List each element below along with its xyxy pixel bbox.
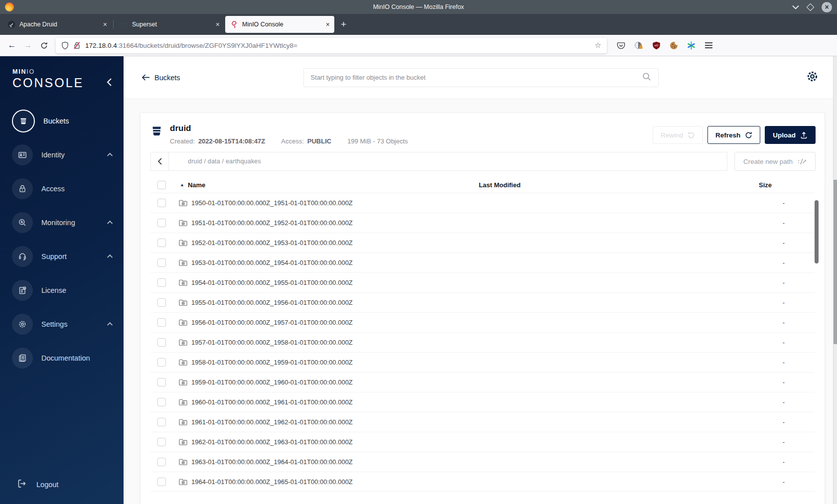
- sidebar-item-logout[interactable]: Logout: [0, 478, 124, 491]
- column-header-last-modified[interactable]: Last Modified: [479, 181, 521, 189]
- chevron-up-icon[interactable]: [107, 322, 113, 328]
- row-checkbox[interactable]: [157, 338, 166, 347]
- column-header-name[interactable]: ▲ Name: [172, 181, 360, 189]
- window-minimize-button[interactable]: [792, 5, 799, 9]
- row-checkbox[interactable]: [157, 438, 166, 446]
- sidebar-item-support[interactable]: Support: [0, 240, 124, 273]
- tab-minio-console[interactable]: MinIO Console ×: [225, 16, 334, 33]
- row-checkbox[interactable]: [157, 318, 166, 327]
- create-new-path-button[interactable]: Create new path: [734, 152, 816, 171]
- table-row[interactable]: 1951-01-01T00:00:00.000Z_1952-01-01T00:0…: [150, 213, 815, 233]
- sidebar-item-license[interactable]: License: [0, 273, 124, 307]
- row-checkbox[interactable]: [157, 478, 166, 486]
- url-bar[interactable]: 172.18.0.4:31664/buckets/druid/browse/ZG…: [56, 38, 607, 53]
- bucket-summary: 199 MiB - 73 Objects: [347, 137, 408, 145]
- object-size: -: [783, 458, 815, 466]
- back-button[interactable]: ←: [4, 38, 20, 53]
- table-row[interactable]: 1959-01-01T00:00:00.000Z_1960-01-01T00:0…: [150, 372, 815, 392]
- table-row[interactable]: 1958-01-01T00:00:00.000Z_1959-01-01T00:0…: [150, 352, 815, 372]
- table-row[interactable]: 1963-01-01T00:00:00.000Z_1964-01-01T00:0…: [150, 452, 815, 472]
- page-scrollbar-thumb[interactable]: [834, 180, 837, 344]
- row-checkbox[interactable]: [157, 358, 166, 367]
- minio-logo: MINIO CONSOLE: [0, 56, 124, 90]
- url-path: :31664/buckets/druid/browse/ZGF0YS9lYXJ0…: [117, 42, 297, 49]
- tab-close-icon[interactable]: ×: [216, 20, 220, 28]
- logout-icon: [16, 478, 27, 491]
- access-label: Access:: [281, 137, 304, 145]
- row-checkbox[interactable]: [157, 278, 166, 287]
- upload-icon: [800, 131, 808, 139]
- sidebar-collapse-icon[interactable]: [106, 77, 113, 89]
- table-row[interactable]: 1954-01-01T00:00:00.000Z_1955-01-01T00:0…: [150, 272, 815, 292]
- sidebar-item-monitoring[interactable]: Monitoring: [0, 206, 124, 240]
- sidebar-item-settings[interactable]: Settings: [0, 307, 124, 341]
- tab-stash-icon[interactable]: [687, 41, 696, 50]
- row-checkbox[interactable]: [157, 298, 166, 307]
- folder-icon: [179, 219, 187, 227]
- shield-icon[interactable]: [61, 41, 69, 50]
- tab-separator: [113, 20, 114, 29]
- tab-superset[interactable]: Superset ×: [115, 16, 224, 33]
- table-row[interactable]: 1956-01-01T00:00:00.000Z_1957-01-01T00:0…: [150, 312, 815, 332]
- sidebar-item-identity[interactable]: Identity: [0, 138, 124, 172]
- column-header-size[interactable]: Size: [759, 181, 815, 189]
- tab-close-icon[interactable]: ×: [326, 20, 330, 28]
- table-row[interactable]: 1952-01-01T00:00:00.000Z_1953-01-01T00:0…: [150, 233, 815, 252]
- sidebar-item-label: Identity: [41, 151, 65, 159]
- forward-button[interactable]: →: [20, 38, 36, 53]
- object-size: -: [783, 418, 815, 426]
- window-close-button[interactable]: ×: [822, 2, 832, 12]
- chevron-up-icon[interactable]: [107, 153, 113, 158]
- page-scrollbar[interactable]: [833, 56, 837, 504]
- object-filter-search[interactable]: [303, 68, 659, 87]
- table-row[interactable]: 1957-01-01T00:00:00.000Z_1958-01-01T00:0…: [150, 332, 815, 352]
- bookmark-star-icon[interactable]: ☆: [595, 41, 601, 50]
- search-input[interactable]: [311, 74, 642, 81]
- table-row[interactable]: 1964-01-01T00:00:00.000Z_1965-01-01T00:0…: [150, 472, 815, 492]
- table-row[interactable]: 1953-01-01T00:00:00.000Z_1954-01-01T00:0…: [150, 252, 815, 272]
- window-maximize-button[interactable]: [807, 3, 815, 11]
- row-checkbox[interactable]: [157, 458, 166, 466]
- table-row[interactable]: 1955-01-01T00:00:00.000Z_1956-01-01T00:0…: [150, 292, 815, 312]
- pocket-icon[interactable]: [617, 41, 625, 50]
- row-checkbox[interactable]: [157, 239, 166, 247]
- table-row[interactable]: 1950-01-01T00:00:00.000Z_1951-01-01T00:0…: [150, 193, 815, 213]
- tab-apache-druid[interactable]: Apache Druid ×: [2, 16, 112, 33]
- chevron-up-icon[interactable]: [107, 221, 113, 226]
- sort-asc-icon[interactable]: ▲: [180, 182, 184, 187]
- url-text: 172.18.0.4:31664/buckets/druid/browse/ZG…: [85, 42, 297, 49]
- rewind-button[interactable]: Rewind: [653, 126, 703, 144]
- table-row[interactable]: 1962-01-01T00:00:00.000Z_1963-01-01T00:0…: [150, 432, 815, 452]
- menu-hamburger-icon[interactable]: [704, 42, 713, 49]
- breadcrumb-back-button[interactable]: [151, 152, 169, 170]
- chevron-up-icon[interactable]: [107, 254, 113, 260]
- sidebar-item-buckets[interactable]: Buckets: [0, 104, 124, 138]
- back-to-buckets-link[interactable]: Buckets: [141, 74, 180, 82]
- table-row[interactable]: 1961-01-01T00:00:00.000Z_1962-01-01T00:0…: [150, 412, 815, 432]
- select-all-checkbox[interactable]: [157, 181, 166, 189]
- row-checkbox[interactable]: [157, 418, 166, 426]
- upload-button[interactable]: Upload: [765, 126, 816, 144]
- row-checkbox[interactable]: [157, 398, 166, 406]
- new-tab-button[interactable]: +: [341, 19, 346, 30]
- object-size: -: [783, 359, 815, 366]
- row-checkbox[interactable]: [157, 219, 166, 227]
- sidebar-item-access[interactable]: Access: [0, 172, 124, 206]
- extension-lock-icon[interactable]: [634, 41, 643, 50]
- row-checkbox[interactable]: [157, 378, 166, 386]
- row-checkbox[interactable]: [157, 258, 166, 267]
- table-row[interactable]: 1960-01-01T00:00:00.000Z_1961-01-01T00:0…: [150, 392, 815, 412]
- reload-button[interactable]: [36, 38, 52, 53]
- table-scrollbar-thumb[interactable]: [815, 200, 819, 263]
- refresh-button[interactable]: Refresh: [707, 126, 760, 144]
- sidebar-item-documentation[interactable]: Documentation: [0, 341, 124, 375]
- settings-gear-icon[interactable]: [806, 70, 819, 85]
- tab-close-icon[interactable]: ×: [103, 20, 107, 28]
- row-checkbox[interactable]: [157, 199, 166, 207]
- breadcrumb[interactable]: druid / data / earthquakes: [169, 158, 261, 165]
- object-name: 1957-01-01T00:00:00.000Z_1958-01-01T00:0…: [191, 339, 353, 346]
- cookie-icon[interactable]: [670, 41, 678, 50]
- insecure-lock-icon[interactable]: [73, 41, 81, 49]
- ublock-origin-icon[interactable]: uO: [652, 41, 661, 50]
- svg-text:uO: uO: [655, 44, 659, 47]
